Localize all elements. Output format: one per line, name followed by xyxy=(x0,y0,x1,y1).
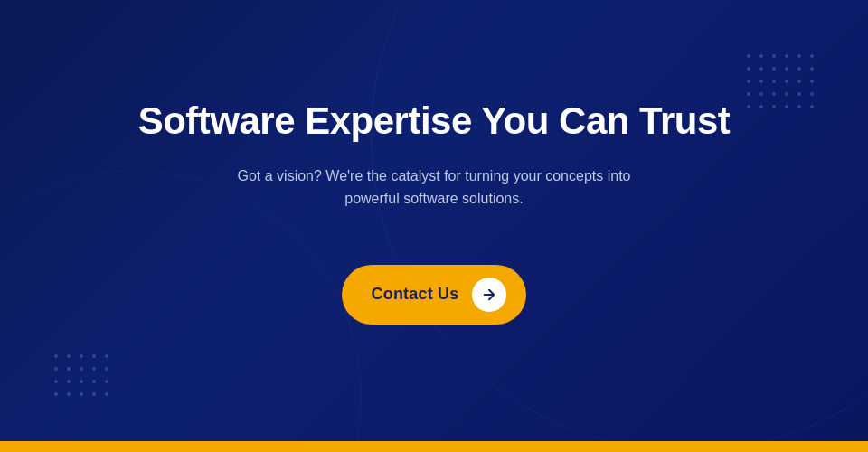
decorative-dot xyxy=(785,92,788,96)
hero-section: Software Expertise You Can Trust Got a v… xyxy=(0,0,868,441)
decorative-dot xyxy=(54,367,58,371)
decorative-dot xyxy=(772,80,776,83)
decorative-dot xyxy=(105,392,108,396)
decorative-dot xyxy=(785,67,788,71)
bg-arc-2 xyxy=(0,170,362,441)
decorative-dot xyxy=(810,54,814,58)
decorative-dot xyxy=(772,67,776,71)
decorative-dot xyxy=(760,80,763,83)
decorative-dot xyxy=(80,380,83,383)
decorative-dot xyxy=(54,354,58,358)
decorative-dot xyxy=(797,105,801,108)
decorative-dot xyxy=(67,354,71,358)
decorative-dot xyxy=(772,105,776,108)
decorative-dot xyxy=(772,92,776,96)
decorative-dot xyxy=(67,380,71,383)
decorative-dot xyxy=(747,54,750,58)
cta-label: Contact Us xyxy=(371,285,458,304)
decorative-dot xyxy=(747,92,750,96)
decorative-dot xyxy=(105,367,108,371)
decorative-dot xyxy=(80,392,83,396)
hero-subtitle: Got a vision? We're the catalyst for tur… xyxy=(238,165,631,211)
decorative-dot xyxy=(54,392,58,396)
decorative-dot xyxy=(92,380,96,383)
decorative-dot xyxy=(67,367,71,371)
decorative-dot xyxy=(105,380,108,383)
cta-arrow-icon xyxy=(472,278,506,312)
decorative-dot xyxy=(785,54,788,58)
page-wrapper: Software Expertise You Can Trust Got a v… xyxy=(0,0,868,452)
arrow-right-icon xyxy=(481,287,497,303)
decorative-dot xyxy=(785,105,788,108)
decorative-dot xyxy=(747,67,750,71)
decorative-dot xyxy=(810,80,814,83)
decorative-dot xyxy=(54,380,58,383)
decorative-dot xyxy=(760,92,763,96)
decorative-dot xyxy=(67,392,71,396)
decorative-dot xyxy=(760,54,763,58)
decorative-dot xyxy=(105,354,108,358)
decorative-dot xyxy=(92,367,96,371)
decorative-dot xyxy=(92,392,96,396)
decorative-dot xyxy=(747,80,750,83)
decorative-dot xyxy=(92,354,96,358)
decorative-dot xyxy=(772,54,776,58)
decorative-dot xyxy=(797,54,801,58)
decorative-dot xyxy=(785,80,788,83)
decorative-dot xyxy=(797,92,801,96)
contact-us-button[interactable]: Contact Us xyxy=(342,265,525,325)
decorative-dot xyxy=(747,105,750,108)
decorative-dot xyxy=(80,354,83,358)
dot-grid-bottom-left xyxy=(54,354,108,396)
decorative-dot xyxy=(810,67,814,71)
dot-grid-top-right xyxy=(747,54,814,108)
decorative-dot xyxy=(797,80,801,83)
decorative-dot xyxy=(797,67,801,71)
decorative-dot xyxy=(760,67,763,71)
decorative-dot xyxy=(810,105,814,108)
decorative-dot xyxy=(810,92,814,96)
hero-title: Software Expertise You Can Trust xyxy=(138,99,731,144)
bottom-bar xyxy=(0,441,868,452)
decorative-dot xyxy=(80,367,83,371)
decorative-dot xyxy=(760,105,763,108)
